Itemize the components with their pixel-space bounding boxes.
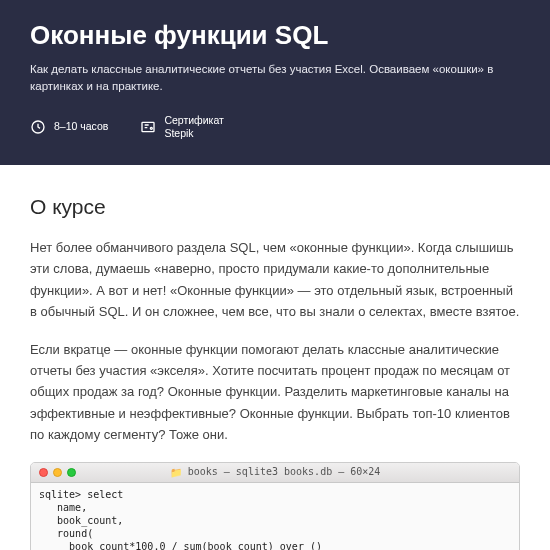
close-dot-icon: [39, 468, 48, 477]
minimize-dot-icon: [53, 468, 62, 477]
terminal-title: 📁 books — sqlite3 books.db — 60×24: [31, 466, 519, 478]
about-heading: О курсе: [30, 195, 520, 219]
about-paragraph-1: Нет более обманчивого раздела SQL, чем «…: [30, 237, 520, 323]
maximize-dot-icon: [67, 468, 76, 477]
certificate-meta: Сертификат Stepik: [140, 114, 223, 141]
hero-section: Оконные функции SQL Как делать классные …: [0, 0, 550, 165]
about-section: О курсе Нет более обманчивого раздела SQ…: [0, 165, 550, 446]
svg-point-2: [151, 127, 153, 129]
certificate-text: Сертификат Stepik: [164, 114, 223, 141]
folder-icon: 📁: [170, 467, 182, 478]
duration-meta: 8–10 часов: [30, 119, 108, 135]
duration-text: 8–10 часов: [54, 120, 108, 134]
certificate-label: Сертификат: [164, 114, 223, 126]
terminal-titlebar: 📁 books — sqlite3 books.db — 60×24: [31, 463, 519, 483]
certificate-provider: Stepik: [164, 127, 193, 139]
course-meta: 8–10 часов Сертификат Stepik: [30, 114, 520, 141]
certificate-icon: [140, 119, 156, 135]
clock-icon: [30, 119, 46, 135]
terminal-window: 📁 books — sqlite3 books.db — 60×24 sqlit…: [30, 462, 520, 550]
course-subtitle: Как делать классные аналитические отчеты…: [30, 61, 520, 96]
terminal-body: sqlite> select name, book_count, round( …: [31, 483, 519, 550]
about-paragraph-2: Если вкратце — оконные функции помогают …: [30, 339, 520, 446]
course-title: Оконные функции SQL: [30, 20, 520, 51]
